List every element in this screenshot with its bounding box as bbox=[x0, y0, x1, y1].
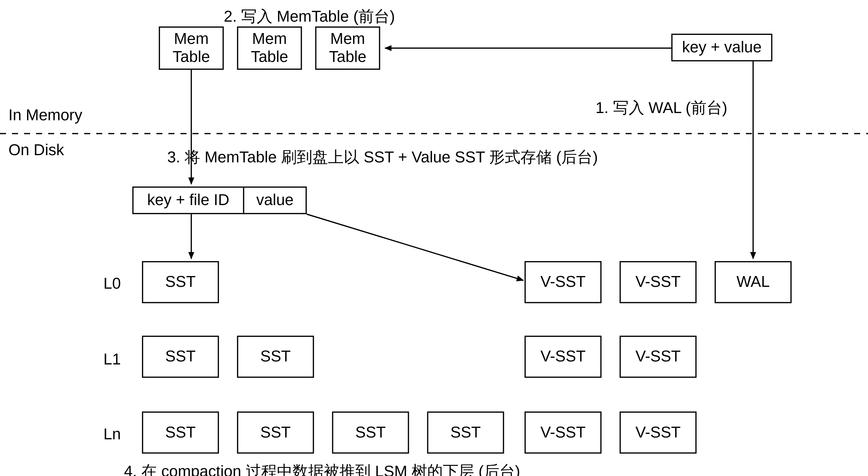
step-2-caption: 2. 写入 MemTable (前台) bbox=[224, 6, 395, 27]
region-in-memory-label: In Memory bbox=[8, 106, 82, 124]
step-1-caption: 1. 写入 WAL (前台) bbox=[596, 97, 727, 118]
level-l1-label: L1 bbox=[103, 350, 121, 369]
svg-line-5 bbox=[307, 214, 523, 280]
sst-ln-3: SST bbox=[332, 411, 409, 453]
step-3-caption: 3. 将 MemTable 刷到盘上以 SST + Value SST 形式存储… bbox=[167, 147, 598, 168]
sst-ln-2: SST bbox=[237, 411, 314, 453]
memtable-1: Mem Table bbox=[159, 26, 224, 70]
arrows-overlay bbox=[0, 0, 868, 476]
sst-ln-4: SST bbox=[427, 411, 504, 453]
sst-l1-2: SST bbox=[237, 335, 314, 378]
wal-box: WAL bbox=[715, 261, 792, 303]
region-on-disk-label: On Disk bbox=[8, 141, 64, 159]
vsst-l0-1: V-SST bbox=[525, 261, 601, 303]
diagram-canvas: 2. 写入 MemTable (前台) Mem Table Mem Table … bbox=[0, 0, 868, 476]
vsst-l1-1: V-SST bbox=[525, 335, 601, 378]
sst-ln-1: SST bbox=[142, 411, 219, 453]
key-value-box: key + value bbox=[671, 34, 772, 61]
key-file-id-box: key + file ID bbox=[132, 186, 244, 214]
memtable-2: Mem Table bbox=[237, 26, 302, 70]
level-l0-label: L0 bbox=[103, 274, 121, 293]
vsst-ln-1: V-SST bbox=[525, 411, 601, 453]
vsst-l1-2: V-SST bbox=[620, 335, 696, 378]
step-4-caption: 4. 在 compaction 过程中数据被推到 LSM 树的下层 (后台) bbox=[124, 461, 520, 476]
sst-l1-1: SST bbox=[142, 335, 219, 378]
vsst-l0-2: V-SST bbox=[620, 261, 696, 303]
vsst-ln-2: V-SST bbox=[620, 411, 696, 453]
level-ln-label: Ln bbox=[103, 424, 121, 443]
value-box: value bbox=[243, 186, 307, 214]
memtable-3: Mem Table bbox=[315, 26, 380, 70]
sst-l0-1: SST bbox=[142, 261, 219, 303]
